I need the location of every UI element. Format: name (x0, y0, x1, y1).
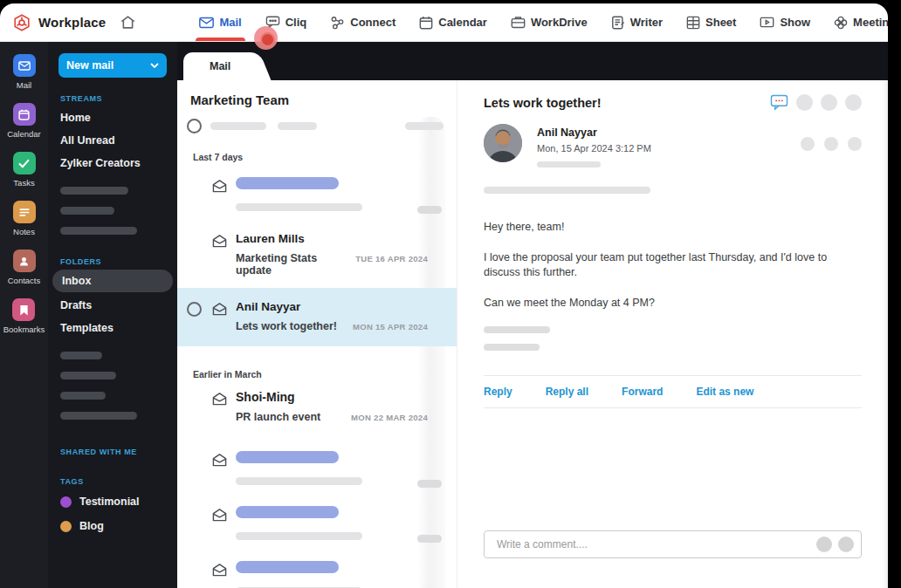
mail-item-subject: PR launch event (236, 411, 320, 423)
tag-dot-orange (60, 521, 72, 532)
mail-item-date: MON 15 APR 2024 (353, 322, 428, 332)
sidebar-item-templates[interactable]: Templates (58, 317, 167, 339)
message-actions: Reply Reply all Forward Edit as new (484, 376, 862, 407)
rail-item-bookmarks[interactable]: Bookmarks (3, 298, 45, 334)
edit-as-new-button[interactable]: Edit as new (696, 386, 753, 398)
nav-writer[interactable]: Writer (611, 3, 663, 41)
tab-mail-label: Mail (210, 60, 230, 72)
rail-item-contacts[interactable]: Contacts (8, 250, 41, 285)
sheet-icon (686, 16, 700, 30)
open-envelope-icon (211, 234, 228, 249)
nav-sheet[interactable]: Sheet (686, 3, 736, 41)
mail-item-shoi-ming[interactable]: Shoi-Ming PR launch event MON 22 MAR 202… (177, 385, 457, 434)
mail-item-sender: Shoi-Ming (236, 390, 428, 404)
home-button[interactable] (120, 14, 136, 31)
top-navigation: Mail Cliq Connect (199, 3, 888, 41)
mail-item-radio[interactable] (187, 302, 202, 317)
rail-item-notes[interactable]: Notes (13, 201, 36, 236)
placeholder-subject-bar (236, 203, 362, 211)
placeholder-signature-bar (484, 344, 540, 351)
sidebar-placeholder-bar (60, 187, 128, 195)
toolbar-action-placeholder[interactable] (796, 94, 813, 111)
comments-icon[interactable] (770, 94, 788, 111)
mail-item-subject: Marketing Stats update (236, 252, 355, 277)
mail-item-lauren-mills[interactable]: Lauren Mills Marketing Stats update TUE … (177, 222, 457, 288)
tags-section-label: TAGS (60, 477, 167, 486)
mail-item-placeholder[interactable] (177, 441, 457, 496)
streams-section-label: STREAMS (60, 94, 167, 103)
nav-show[interactable]: Show (760, 3, 810, 41)
tag-item-testimonial[interactable]: Testimonial (58, 489, 167, 514)
placeholder-sender-bar (236, 451, 339, 463)
nav-show-label: Show (780, 16, 810, 29)
placeholder-date-bar (417, 535, 442, 543)
comment-box (484, 530, 862, 558)
list-summary-row (187, 119, 444, 133)
rail-bookmarks-label: Bookmarks (3, 325, 45, 334)
mail-item-placeholder[interactable] (177, 168, 457, 222)
open-envelope-icon (211, 563, 228, 578)
brand: Workplace (0, 13, 106, 32)
comment-input[interactable] (497, 538, 816, 550)
mail-item-anil-nayyar[interactable]: Anil Nayyar Lets work together! MON 15 A… (177, 288, 457, 346)
placeholder-subject-bar (236, 477, 362, 485)
mail-list-title: Marketing Team (190, 92, 457, 107)
mail-item-subject: Lets work together! (236, 320, 337, 332)
comment-action-placeholder[interactable] (838, 537, 854, 552)
nav-calendar[interactable]: Calendar (419, 3, 487, 41)
message-action-placeholder[interactable] (848, 137, 862, 151)
sidebar-item-inbox[interactable]: Inbox (52, 270, 173, 292)
nav-workdrive[interactable]: WorkDrive (511, 3, 588, 41)
sidebar-placeholder-bar (60, 372, 116, 379)
open-envelope-icon (211, 508, 228, 523)
rail-mail-icon (13, 54, 36, 77)
mail-item-placeholder[interactable] (177, 551, 457, 588)
rail-calendar-icon (13, 103, 36, 126)
open-envelope-icon (211, 179, 228, 194)
nav-connect[interactable]: Connect (330, 3, 395, 41)
mail-item-placeholder[interactable] (177, 496, 457, 551)
open-envelope-icon (211, 302, 228, 317)
nav-meeting[interactable]: Meeting (834, 3, 888, 41)
sidebar-placeholder-bar (60, 227, 137, 235)
zoho-logo-icon (12, 13, 31, 32)
comment-action-placeholder[interactable] (816, 537, 832, 552)
select-all-radio[interactable] (187, 119, 202, 133)
tab-mail[interactable]: Mail (183, 52, 251, 80)
placeholder-date-bar (417, 480, 442, 488)
sidebar-item-all-unread[interactable]: All Unread (58, 129, 167, 152)
message-body: Hey there, team! I love the proposal you… (484, 220, 862, 311)
workdrive-icon (511, 16, 526, 29)
click-indicator (254, 26, 278, 50)
placeholder-sender-bar (236, 177, 339, 189)
rail-item-tasks[interactable]: Tasks (13, 152, 36, 188)
placeholder-date-bar (417, 206, 442, 214)
chevron-down-icon[interactable] (150, 63, 159, 68)
mail-item-sender: Anil Nayyar (236, 300, 428, 313)
rail-contacts-label: Contacts (8, 276, 41, 285)
rail-item-calendar[interactable]: Calendar (7, 103, 41, 139)
sender-name: Anil Nayyar (537, 126, 651, 139)
sidebar-item-zylker-creators[interactable]: Zylker Creators (58, 152, 167, 174)
toolbar-action-placeholder[interactable] (845, 94, 862, 111)
reading-pane: Lets work together! (457, 80, 888, 588)
nav-active-underline (196, 38, 244, 41)
reply-all-button[interactable]: Reply all (546, 386, 588, 398)
toolbar-action-placeholder[interactable] (821, 94, 837, 111)
sidebar-item-drafts[interactable]: Drafts (58, 294, 167, 317)
new-mail-button[interactable]: New mail (58, 53, 167, 78)
forward-button[interactable]: Forward (622, 386, 663, 398)
mail-icon (199, 17, 214, 29)
message-action-placeholder[interactable] (824, 137, 838, 151)
placeholder-signature-bar (484, 326, 550, 333)
sidebar-item-home[interactable]: Home (58, 106, 167, 129)
nav-mail[interactable]: Mail (199, 3, 241, 41)
connect-icon (330, 16, 345, 30)
tag-item-blog[interactable]: Blog (58, 514, 167, 538)
reply-button[interactable]: Reply (484, 386, 512, 398)
rail-item-mail[interactable]: Mail (13, 54, 36, 90)
placeholder-sender-bar (236, 561, 339, 573)
message-action-placeholder[interactable] (801, 137, 815, 151)
home-icon (120, 14, 136, 31)
calendar-icon (419, 16, 433, 30)
